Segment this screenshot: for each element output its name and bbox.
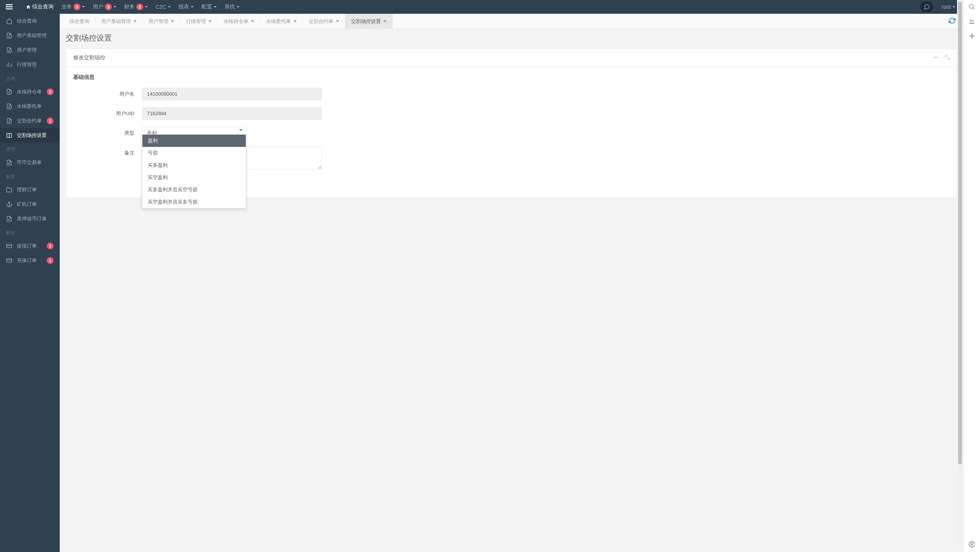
dropdown-option[interactable]: 买多盈利 xyxy=(142,159,246,171)
tab[interactable]: 交割合约单✕ xyxy=(303,14,345,29)
plus-icon[interactable] xyxy=(968,32,976,40)
caret-icon xyxy=(168,6,171,9)
nav-item[interactable]: C2C xyxy=(152,3,175,10)
tab[interactable]: 用户管理✕ xyxy=(143,14,180,29)
user-menu[interactable]: root xyxy=(938,4,959,10)
svg-rect-1 xyxy=(6,7,13,8)
tab[interactable]: 用户基础管理✕ xyxy=(95,14,143,29)
tab-label: 用户基础管理 xyxy=(101,18,131,25)
sidebar-label: 综合查询 xyxy=(17,18,37,24)
tab-label: 永续持仓单 xyxy=(224,18,248,25)
sidebar-item[interactable]: 行情管理 xyxy=(0,57,60,72)
caret-icon xyxy=(191,6,194,9)
dropdown-option[interactable]: 买空盈利并且买多亏损 xyxy=(142,196,246,208)
dropdown-option[interactable]: 买空盈利 xyxy=(142,171,246,184)
sidebar-label: 交割场控设置 xyxy=(17,132,47,139)
page-tabs: 综合查询用户基础管理✕用户管理✕行情管理✕永续持仓单✕永续委托单✕交割合约单✕交… xyxy=(60,14,963,29)
nav-item[interactable]: 报表 xyxy=(175,3,198,10)
sidebar-label: 理财订单 xyxy=(17,186,37,193)
nav-item[interactable]: 业务3 xyxy=(57,3,89,10)
scrollbar[interactable] xyxy=(957,0,963,544)
sidebar-label: 行情管理 xyxy=(17,61,37,68)
svg-point-36 xyxy=(971,544,973,545)
caret-icon xyxy=(145,6,148,9)
expand-icon[interactable] xyxy=(945,55,950,61)
hamburger-menu[interactable] xyxy=(4,2,15,12)
sidebar: 综合查询用户基础管理用户管理行情管理合约永续持仓单2永续委托单交割合约单1交割场… xyxy=(0,14,60,552)
close-icon[interactable]: ✕ xyxy=(293,19,297,24)
nav-label: 系统 xyxy=(224,3,235,10)
file-icon xyxy=(6,47,12,53)
file-icon xyxy=(6,118,12,124)
sidebar-item[interactable]: 矿机订单 xyxy=(0,197,60,212)
sidebar-label: 永续持仓单 xyxy=(17,88,42,95)
tab-label: 交割合约单 xyxy=(309,18,333,25)
tab-label: 用户管理 xyxy=(149,18,168,25)
caret-icon xyxy=(82,6,85,9)
nav-label: 用户 xyxy=(93,3,103,10)
close-icon[interactable]: ✕ xyxy=(336,19,339,24)
file-icon xyxy=(6,216,12,222)
caret-icon xyxy=(237,6,240,9)
panel-icon xyxy=(6,132,12,138)
users-icon[interactable] xyxy=(968,18,976,25)
nav-label: 综合查询 xyxy=(32,3,54,10)
sidebar-label: 质押借币订单 xyxy=(17,215,47,222)
svg-point-33 xyxy=(972,20,974,22)
nav-item[interactable]: 用户3 xyxy=(89,3,120,10)
nav-item[interactable]: 综合查询 xyxy=(22,3,57,10)
tab[interactable]: 行情管理✕ xyxy=(180,14,218,29)
tab[interactable]: 永续委托单✕ xyxy=(260,14,303,29)
dropdown-option[interactable]: 买多盈利并且买空亏损 xyxy=(142,184,246,196)
sidebar-item[interactable]: 永续持仓单2 xyxy=(0,85,60,99)
gear-icon[interactable] xyxy=(968,541,976,548)
tab-label: 交割场控设置 xyxy=(351,18,381,25)
caret-icon xyxy=(214,6,217,9)
nav-item[interactable]: 配置 xyxy=(198,3,220,10)
sidebar-item[interactable]: 综合查询 xyxy=(0,14,60,28)
sidebar-item[interactable]: 交割合约单1 xyxy=(0,114,60,128)
sidebar-item[interactable]: 理财订单 xyxy=(0,182,60,197)
search-icon[interactable] xyxy=(968,3,976,11)
minimize-icon[interactable] xyxy=(934,55,938,61)
svg-point-30 xyxy=(969,4,973,8)
close-icon[interactable]: ✕ xyxy=(133,19,137,24)
sidebar-item[interactable]: 币币交易单 xyxy=(0,155,60,170)
tab[interactable]: 交割场控设置✕ xyxy=(345,14,393,29)
svg-rect-25 xyxy=(7,244,11,248)
sidebar-group-title: 财务 xyxy=(0,226,60,239)
label-remark: 备注 xyxy=(73,147,142,156)
sidebar-item[interactable]: 永续委托单 xyxy=(0,99,60,114)
close-icon[interactable]: ✕ xyxy=(208,19,212,24)
sidebar-group-title: 财富 xyxy=(0,170,60,182)
scrollbar-thumb[interactable] xyxy=(958,2,962,464)
close-icon[interactable]: ✕ xyxy=(251,19,254,24)
file-icon xyxy=(6,103,12,109)
section-title: 基础信息 xyxy=(73,74,950,81)
input-uid xyxy=(142,107,322,120)
sidebar-item[interactable]: 充值订单1 xyxy=(0,253,60,268)
close-icon[interactable]: ✕ xyxy=(383,19,387,24)
sidebar-item[interactable]: 交割场控设置 xyxy=(0,128,60,143)
dropdown-option[interactable]: 亏损 xyxy=(142,147,246,159)
card-icon xyxy=(6,257,12,264)
close-icon[interactable]: ✕ xyxy=(171,19,174,24)
tab[interactable]: 综合查询 xyxy=(64,14,95,29)
sidebar-item[interactable]: 用户管理 xyxy=(0,43,60,57)
sidebar-item[interactable]: 用户基础管理 xyxy=(0,28,60,43)
nav-item[interactable]: 财务2 xyxy=(120,3,152,10)
label-uid: 用户UID xyxy=(73,107,142,117)
file-icon xyxy=(6,160,12,166)
sidebar-badge: 2 xyxy=(47,88,54,95)
nav-item[interactable]: 系统 xyxy=(220,3,243,10)
anchor-icon xyxy=(6,201,12,207)
user-label: root xyxy=(942,4,951,10)
svg-rect-27 xyxy=(7,259,11,262)
tab[interactable]: 永续持仓单✕ xyxy=(218,14,260,29)
nav-label: 配置 xyxy=(201,3,212,10)
sidebar-item[interactable]: 提现订单1 xyxy=(0,239,60,253)
dropdown-option[interactable]: 盈利 xyxy=(142,135,246,147)
sidebar-item[interactable]: 质押借币订单 xyxy=(0,212,60,226)
sidebar-badge: 1 xyxy=(47,257,54,264)
chat-button[interactable] xyxy=(920,2,933,12)
